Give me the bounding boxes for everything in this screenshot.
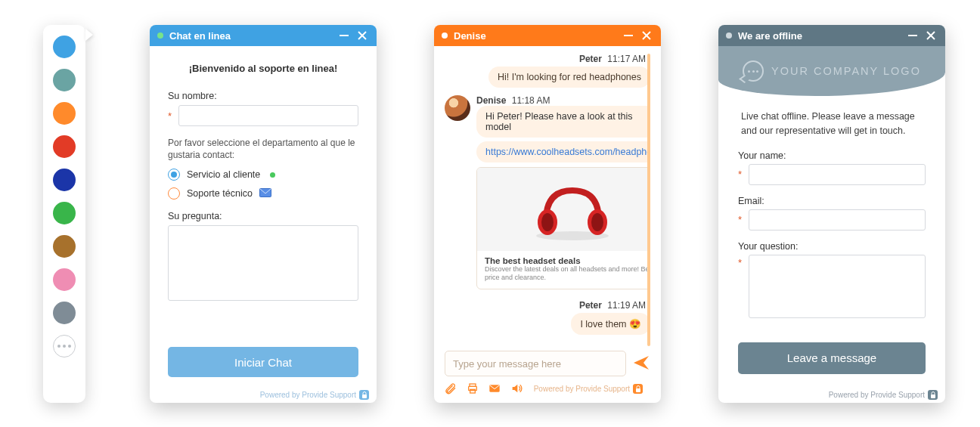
message-bubble: I love them 😍 (571, 313, 650, 335)
name-label: Su nombre: (168, 91, 358, 101)
start-chat-button[interactable]: Iniciar Chat (168, 347, 358, 377)
dept-option-label: Soporte técnico (187, 188, 253, 199)
chat-toolbar (445, 379, 523, 398)
color-swatch-1[interactable] (53, 36, 76, 58)
theme-color-picker (43, 25, 85, 403)
required-marker: * (738, 169, 744, 179)
selected-swatch-pointer (85, 29, 93, 41)
sender-name: Denise (476, 95, 506, 106)
minimize-button[interactable] (622, 29, 635, 42)
card-title: The best headset deals (485, 256, 650, 265)
print-icon[interactable] (467, 382, 479, 397)
dept-option-customer-service[interactable]: Servicio al cliente (168, 169, 358, 181)
svg-rect-21 (931, 395, 935, 398)
powered-by-footer: Powered by Provide Support (523, 381, 650, 398)
agent-avatar (445, 95, 470, 121)
agent-message-block: Denise 11:18 AM Hi Peter! Please have a … (445, 95, 650, 294)
message-input[interactable] (445, 351, 626, 376)
svg-rect-17 (636, 388, 640, 392)
name-input[interactable] (749, 164, 926, 185)
widget-title: Chat en linea (169, 30, 231, 42)
required-marker: * (738, 215, 744, 224)
status-offline-dot (726, 32, 732, 39)
user-message: I love them 😍 (445, 313, 650, 335)
messages-pane: Peter 11:17 AM Hi! I'm looking for red h… (445, 54, 650, 346)
attachment-icon[interactable] (445, 382, 457, 397)
dept-option-tech-support[interactable]: Soporte técnico (168, 187, 358, 200)
sender-name: Peter (579, 300, 602, 311)
titlebar: Chat en linea (150, 25, 377, 46)
timestamp: 11:18 AM (512, 95, 550, 106)
send-button[interactable] (632, 354, 650, 374)
color-swatch-2[interactable] (53, 69, 76, 91)
radio-checked-icon (168, 169, 180, 181)
color-swatch-5[interactable] (53, 169, 76, 191)
user-message: Hi! I'm looking for red headphones (445, 67, 650, 88)
question-textarea[interactable] (168, 225, 358, 301)
color-swatch-8[interactable] (53, 268, 76, 291)
color-swatch-7[interactable] (53, 235, 76, 258)
compose-row (445, 346, 650, 379)
powered-by-label: Powered by Provide Support (829, 391, 925, 399)
close-button[interactable] (924, 29, 938, 42)
timestamp: 11:17 AM (607, 54, 646, 64)
color-swatch-9[interactable] (53, 302, 76, 324)
offline-message: Live chat offline. Please leave a messag… (738, 110, 926, 138)
dept-online-indicator (270, 172, 275, 178)
link-preview-card[interactable]: The best headset deals Discover the late… (476, 167, 650, 289)
conversation-widget-orange: Denise Peter 11:17 AM Hi! I'm looking fo… (434, 25, 661, 403)
svg-point-12 (591, 213, 603, 231)
scrollbar[interactable] (647, 54, 650, 346)
powered-by-label: Powered by Provide Support (534, 385, 630, 393)
message-meta: Denise 11:18 AM (476, 95, 650, 106)
more-colors-button[interactable] (53, 335, 76, 357)
preview-image (477, 168, 650, 251)
logo-text: YOUR COMPANY LOGO (771, 65, 921, 77)
svg-rect-4 (362, 395, 367, 398)
color-swatch-4[interactable] (53, 135, 76, 158)
message-bubble: Hi Peter! Please have a look at this mod… (476, 106, 650, 138)
minimize-button[interactable] (906, 29, 920, 42)
close-button[interactable] (355, 29, 369, 42)
svg-point-10 (541, 213, 554, 231)
link-bubble[interactable]: https://www.coolheadsets.com/headpho... (476, 141, 650, 162)
question-label: Your question: (738, 241, 926, 252)
email-label: Email: (738, 196, 926, 206)
required-marker: * (168, 111, 174, 121)
name-label: Your name: (738, 150, 926, 161)
dept-option-label: Servicio al cliente (187, 169, 260, 180)
mail-icon (259, 188, 271, 200)
offline-widget-slate: We are offline YOUR COMPANY LOGO Live ch… (718, 25, 945, 403)
close-button[interactable] (640, 29, 653, 42)
timestamp: 11:19 AM (607, 300, 646, 311)
status-online-dot (157, 32, 163, 39)
minimize-button[interactable] (337, 29, 351, 42)
powered-by-footer: Powered by Provide Support (718, 386, 945, 403)
prechat-widget-blue: Chat en linea ¡Bienvenido al soporte en … (150, 25, 377, 403)
radio-unchecked-icon (168, 187, 180, 200)
message-bubble: Hi! I'm looking for red headphones (488, 67, 650, 88)
message-meta: Peter 11:17 AM (445, 54, 650, 64)
status-dot (442, 32, 448, 39)
powered-by-footer: Powered by Provide Support (150, 386, 377, 403)
email-input[interactable] (749, 209, 926, 231)
question-textarea[interactable] (749, 255, 926, 318)
card-description: Discover the latest deals on all headset… (485, 265, 650, 283)
leave-message-button[interactable]: Leave a message (738, 342, 926, 374)
message-meta: Peter 11:19 AM (445, 300, 650, 311)
name-input[interactable] (178, 105, 358, 126)
dept-instructions: Por favor seleccione el departamento al … (168, 137, 358, 161)
sender-name: Peter (579, 54, 602, 64)
color-swatch-3[interactable] (53, 102, 76, 125)
sound-icon[interactable] (510, 382, 523, 397)
widget-title: Denise (454, 30, 486, 42)
welcome-message: ¡Bienvenido al soporte en linea! (168, 63, 358, 74)
color-swatch-6[interactable] (53, 202, 76, 224)
lock-icon (359, 390, 369, 400)
widget-title: We are offline (738, 30, 802, 42)
lock-icon (633, 384, 643, 394)
powered-by-label: Powered by Provide Support (260, 391, 356, 399)
email-icon[interactable] (488, 382, 501, 397)
lock-icon (928, 390, 938, 400)
required-marker: * (738, 255, 744, 268)
